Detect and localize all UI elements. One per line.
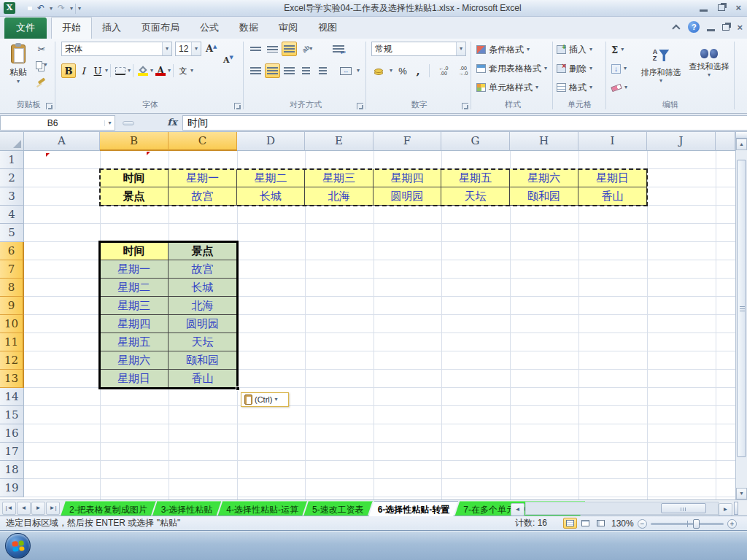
bottom-table-cell[interactable]: 长城 (169, 279, 237, 297)
decrease-indent-button[interactable] (298, 63, 314, 78)
bold-button[interactable]: B (61, 63, 76, 78)
row-header-11[interactable]: 11 (0, 333, 24, 351)
ribbon-tab-页面布局[interactable]: 页面布局 (131, 18, 190, 39)
format-painter-button[interactable] (34, 75, 50, 87)
merge-dropdown-icon[interactable]: ▾ (357, 68, 360, 74)
row-header-13[interactable]: 13 (0, 370, 24, 388)
number-format-select[interactable]: 常规▾ (371, 42, 466, 56)
conditional-formatting-button[interactable]: 条件格式▾ (476, 42, 530, 58)
align-right-button[interactable] (282, 63, 297, 78)
top-table-cell[interactable]: 长城 (237, 187, 305, 206)
tab-split-handle[interactable] (734, 502, 738, 515)
bottom-table-cell[interactable]: 星期四 (100, 315, 169, 333)
cut-button[interactable]: ✂ (34, 43, 50, 55)
first-sheet-button[interactable]: |◄ (2, 502, 16, 515)
row-header-17[interactable]: 17 (0, 443, 24, 461)
percent-button[interactable]: % (396, 63, 409, 78)
insert-function-button[interactable]: fx (163, 117, 181, 130)
insert-cells-button[interactable]: 插入▾ (557, 42, 592, 58)
align-top-button[interactable] (248, 42, 263, 56)
restore-icon[interactable] (718, 4, 725, 11)
fill-button[interactable]: ↓▾ (611, 61, 627, 77)
ribbon-tab-开始[interactable]: 开始 (51, 17, 92, 39)
align-left-button[interactable] (248, 63, 263, 78)
top-table-header-cell[interactable]: 时间 (100, 169, 169, 187)
column-header-A[interactable]: A (24, 132, 100, 151)
qat-customize-icon[interactable]: ▾ (78, 6, 81, 12)
top-table-cell[interactable]: 星期三 (305, 169, 374, 187)
zoom-slider[interactable] (651, 523, 724, 525)
row-header-7[interactable]: 7 (0, 260, 24, 279)
zoom-level[interactable]: 130% (611, 518, 634, 529)
sheet-tab-6-选择性粘贴-转置[interactable]: 6-选择性粘贴-转置 (369, 501, 459, 516)
normal-view-button[interactable] (563, 518, 577, 529)
bottom-table-header-cell[interactable]: 景点 (169, 242, 237, 260)
vertical-scrollbar[interactable]: ▲ ▼ (735, 132, 747, 499)
format-cells-button[interactable]: 格式▾ (557, 79, 592, 96)
sheet-tab-5-速改工资表[interactable]: 5-速改工资表 (303, 501, 373, 516)
row-header-16[interactable]: 16 (0, 424, 24, 443)
row-header-6[interactable]: 6 (0, 242, 24, 260)
decrease-decimal-button[interactable]: .00→.0 (455, 63, 471, 78)
top-table-cell[interactable]: 星期四 (374, 169, 441, 187)
font-name-select[interactable]: 宋体▾ (61, 42, 172, 56)
zoom-out-button[interactable]: − (638, 519, 647, 529)
bottom-table-cell[interactable]: 星期三 (100, 297, 169, 315)
row-header-1[interactable]: 1 (0, 151, 24, 169)
top-table-cell[interactable]: 星期日 (578, 169, 647, 187)
bottom-table-cell[interactable]: 圆明园 (169, 315, 237, 333)
sort-filter-button[interactable]: AZ 排序和筛选 ▾ (637, 42, 685, 97)
top-table-header-cell[interactable]: 景点 (100, 187, 169, 206)
formula-bar-handle[interactable] (123, 121, 134, 125)
italic-button[interactable]: I (76, 63, 90, 78)
bottom-table-cell[interactable]: 星期二 (100, 279, 169, 297)
comma-button[interactable]: , (413, 63, 423, 78)
sheet-tab-4-选择性粘贴-运算[interactable]: 4-选择性粘贴-运算 (217, 501, 307, 516)
select-all-corner[interactable] (0, 132, 24, 151)
copy-button[interactable]: ▾ (34, 59, 50, 71)
align-bottom-button[interactable] (282, 42, 297, 56)
underline-button[interactable]: U (90, 63, 105, 78)
paste-button[interactable]: 粘贴 ▾ (5, 42, 31, 96)
fill-handle[interactable] (236, 386, 240, 391)
paste-dropdown-icon[interactable]: ▾ (17, 79, 20, 85)
orientation-button[interactable]: ab▾ (298, 42, 316, 56)
ribbon-tab-插入[interactable]: 插入 (92, 18, 131, 39)
scroll-up-button[interactable]: ▲ (736, 139, 747, 150)
row-header-5[interactable]: 5 (0, 224, 24, 242)
underline-dropdown-icon[interactable]: ▾ (105, 68, 108, 74)
alignment-dialog-launcher-icon[interactable] (357, 103, 363, 109)
row-header-19[interactable]: 19 (0, 479, 24, 497)
start-button[interactable] (5, 533, 31, 559)
prev-sheet-button[interactable]: ◄ (17, 502, 31, 515)
column-header-F[interactable]: F (374, 132, 441, 151)
bottom-table-cell[interactable]: 星期六 (100, 351, 169, 370)
row-header-18[interactable]: 18 (0, 461, 24, 479)
align-middle-button[interactable] (265, 42, 280, 56)
workbook-restore-icon[interactable] (722, 24, 729, 31)
column-header-J[interactable]: J (647, 132, 716, 151)
top-table-cell[interactable]: 天坛 (441, 187, 510, 206)
top-table-cell[interactable]: 圆明园 (374, 187, 441, 206)
column-header-E[interactable]: E (305, 132, 374, 151)
page-break-view-button[interactable] (594, 518, 608, 529)
redo-button[interactable]: ↷ (55, 2, 68, 15)
save-button[interactable] (19, 2, 32, 15)
font-dialog-launcher-icon[interactable] (234, 103, 241, 109)
sheet-tab-2-把表格复制成图片[interactable]: 2-把表格复制成图片 (61, 501, 156, 516)
top-table-cell[interactable]: 星期五 (441, 169, 510, 187)
bottom-table-cell[interactable]: 香山 (169, 370, 237, 388)
bottom-table-cell[interactable]: 天坛 (169, 333, 237, 351)
clipboard-dialog-launcher-icon[interactable] (46, 103, 53, 109)
currency-button[interactable] (371, 63, 386, 78)
row-header-10[interactable]: 10 (0, 315, 24, 333)
phonetic-button[interactable]: 文 (176, 63, 190, 78)
minimize-icon[interactable] (700, 9, 708, 12)
number-dialog-launcher-icon[interactable] (462, 103, 468, 109)
font-size-select[interactable]: 12▾ (175, 42, 201, 56)
currency-dropdown-icon[interactable]: ▾ (390, 68, 392, 74)
zoom-in-button[interactable]: + (727, 519, 737, 529)
row-header-8[interactable]: 8 (0, 279, 24, 297)
workbook-close-icon[interactable]: × (737, 22, 743, 33)
bottom-table-cell[interactable]: 星期五 (100, 333, 169, 351)
